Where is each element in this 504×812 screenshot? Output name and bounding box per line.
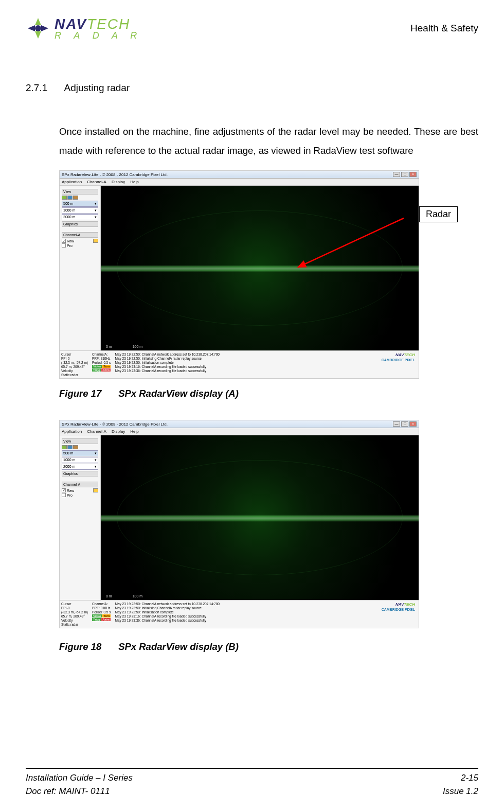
close-icon: × [409,172,417,177]
palette-swatch [62,196,67,200]
palette-swatch [73,445,78,449]
logo-tech-text: TECH [87,16,130,32]
status-ppi: PPI-0 [61,606,88,610]
minimize-icon: — [393,172,400,177]
menu-help: Help [130,429,138,434]
section-number: 2.7.1 [26,82,62,94]
sidebar-channel-label: Channel-A [62,482,98,487]
section-heading: 2.7.1 Adjusting radar [26,82,478,94]
figure-17-title: SPx RadarView display (A) [118,388,239,399]
menu-channel-a: Channel-A [87,180,106,184]
header-section-label: Health & Safety [410,23,478,34]
status-static: Static radar [61,623,88,626]
sidebar-graphics-label: Graphics [62,471,98,476]
svg-point-0 [35,25,41,31]
status-range: 65.7 m, 209.48° [61,365,88,368]
menu-display: Display [112,429,125,434]
scale-zero: 0 m [106,594,112,598]
log-line: May 23 19:23:36: ChannelA recording file… [115,619,220,622]
sidebar: View 500 m▾ 1000 m▾ 2000 m▾ Graphics Cha… [60,435,101,600]
close-icon: × [409,421,417,427]
menu-application: Application [62,180,82,184]
radar-annotation-label: Radar [419,206,458,222]
log-line: May 23 19:22:50: Initialising ChannelA r… [115,606,220,610]
figure-18-title: SPx RadarView display (B) [118,641,239,652]
range-1000m: 1000 m▾ [62,207,98,214]
status-prf: PRF: 810Hz [92,357,111,360]
radar-display: 0 m 100 m [101,435,419,600]
status-static: Static radar [61,373,88,377]
status-channel: ChannelA: [92,602,111,606]
footer-docref: Doc ref: MAINT- 0111 [26,786,110,797]
menubar: Application Channel-A Display Help [60,428,419,435]
figure-18-number: Figure 18 [59,641,116,652]
menubar: Application Channel-A Display Help [60,179,419,186]
status-velocity: Velocity [61,369,88,373]
log-line: May 23 19:23:16: ChannelA recording file… [115,614,220,618]
log-line: May 23 19:23:36: ChannelA recording file… [115,369,220,373]
menu-application: Application [62,429,82,434]
menu-display: Display [112,180,125,184]
badge-turn: Turn [102,365,111,368]
checkbox-pro [62,243,66,248]
sidebar-graphics-label: Graphics [62,221,98,227]
palette-swatch [62,445,67,449]
maximize-icon: □ [401,172,408,177]
status-period: Period: 0.5 s [92,361,111,364]
palette-swatch [73,196,78,200]
palette-swatch [67,445,73,449]
range-500m: 500 m▾ [62,201,98,207]
status-channel: ChannelA: [92,352,111,356]
scale-zero: 0 m [106,345,112,348]
status-range: 65.7 m, 209.48° [61,614,88,618]
log-line: May 23 19:22:50: Initialisation complete [115,610,220,614]
window-title: SPx RadarView-Lite - © 2008 - 2012 Cambr… [62,172,168,177]
figure-18-caption: Figure 18 SPx RadarView display (B) [59,641,478,652]
raw-label: Raw [67,239,74,243]
logo: NAVTECH R A D A R [26,16,142,41]
menu-help: Help [130,180,138,184]
log-line: May 23 19:22:50: Initialisation complete [115,361,220,364]
footer-page: 2-15 [461,773,478,783]
figure-17: Radar SPx RadarView-Lite - © 2008 - 2012… [59,170,478,379]
log-line: May 23 19:22:50: ChannelA network addres… [115,602,220,606]
annotation-arrow-icon [293,216,406,272]
screenshot-b: SPx RadarView-Lite - © 2008 - 2012 Cambr… [59,420,419,628]
badge-trigg: Trigg [92,368,101,372]
raw-label: Raw [67,489,74,492]
section-title: Adjusting radar [64,82,130,93]
sidebar-channel-label: Channel-A [62,232,98,238]
logo-subtitle: R A D A R [55,30,142,41]
page-header: NAVTECH R A D A R Health & Safety [26,10,478,46]
body-paragraph: Once installed on the machine, fine adju… [59,122,478,160]
range-1000m: 1000 m▾ [62,457,98,463]
status-period: Period: 0.5 s [92,610,111,614]
checkbox-raw: ✓ [62,488,66,492]
navtech-logo-small: NAVTECH [395,602,415,607]
palette-swatch [67,196,73,200]
logo-nav-text: NAV [55,16,87,32]
log-line: May 23 19:22:50: ChannelA network addres… [115,352,220,356]
svg-line-1 [298,218,404,267]
figure-17-number: Figure 17 [59,388,116,399]
sidebar: View 500 m▾ 1000 m▾ 2000 m▾ Graphics Cha… [60,186,101,350]
cambridge-pixel-logo: CAMBRIDGE PIXEL [382,608,415,611]
minimize-icon: — [393,421,400,427]
log-line: May 23 19:23:16: ChannelA recording file… [115,365,220,368]
sidebar-view-label: View [62,438,98,444]
pro-label: Pro [67,493,73,497]
swatch-icon [93,239,98,243]
window-titlebar: SPx RadarView-Lite - © 2008 - 2012 Cambr… [60,171,419,179]
scale-hundred: 100 m [133,594,142,598]
cambridge-pixel-logo: CAMBRIDGE PIXEL [382,358,415,362]
sidebar-view-label: View [62,189,98,195]
logo-icon [26,16,50,41]
status-ppi: PPI-0 [61,357,88,360]
figure-17-caption: Figure 17 SPx RadarView display (A) [59,388,478,399]
swatch-icon [93,488,98,492]
badge-azim: Azim [101,368,110,372]
status-prf: PRF: 810Hz [92,606,111,610]
status-cursor: Cursor [61,352,88,356]
status-bar: Cursor PPI-0 (-32.3 m, -57.2 m) 65.7 m, … [60,600,419,628]
navtech-logo-small: NAVTECH [395,352,415,357]
